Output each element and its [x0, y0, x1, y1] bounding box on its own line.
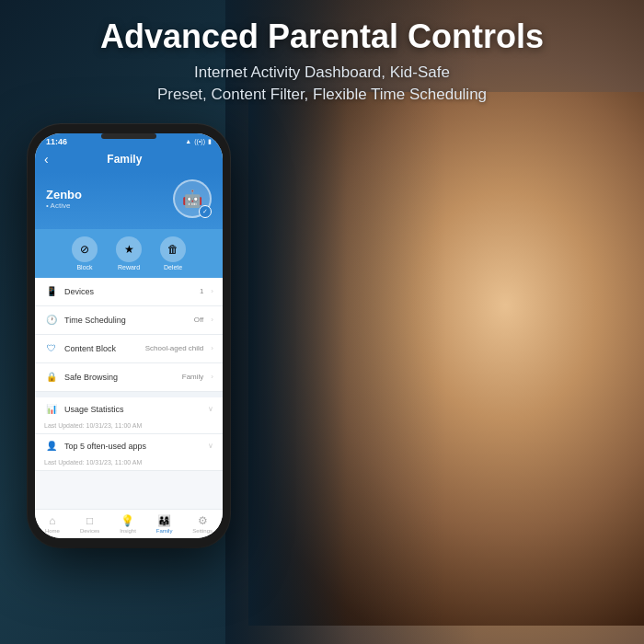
avatar-badge: ✓: [199, 205, 212, 218]
browsing-label: Safe Browsing: [64, 373, 177, 382]
nav-settings[interactable]: ⚙ Settings: [192, 514, 213, 534]
header-section: Advanced Parental Controls Internet Acti…: [0, 0, 644, 115]
settings-icon: ⚙: [198, 514, 208, 527]
stats-chevron: ∨: [208, 405, 213, 413]
stats-icon: 📊: [44, 402, 59, 417]
devices-value: 1: [200, 287, 203, 295]
signal-icon: ▲: [185, 138, 191, 144]
time-label: Time Scheduling: [64, 316, 189, 325]
profile-status: • Active: [46, 201, 82, 210]
browsing-value: Family: [182, 373, 204, 381]
content-icon: 🛡: [44, 341, 59, 356]
apps-icon: 👤: [44, 439, 59, 454]
apps-row: 👤 Top 5 often-used apps ∨: [44, 439, 213, 454]
nav-bar: ‹ Family: [35, 148, 223, 172]
safe-browsing-item[interactable]: 🔒 Safe Browsing Family ›: [35, 363, 223, 392]
apps-chevron: ∨: [208, 442, 213, 450]
content-block-item[interactable]: 🛡 Content Block School-aged child ›: [35, 335, 223, 363]
devices-chevron: ›: [211, 287, 213, 295]
time-chevron: ›: [211, 316, 213, 324]
reward-icon: ★: [116, 236, 142, 262]
family-label: Family: [156, 528, 173, 534]
status-time: 11:46: [46, 137, 67, 146]
devices-label: Devices: [64, 287, 194, 296]
nav-family[interactable]: 👨‍👩‍👧 Family: [156, 514, 173, 534]
delete-button[interactable]: 🗑 Delete: [160, 236, 186, 270]
stats-label: Usage Statistics: [64, 405, 202, 414]
time-icon: 🕐: [44, 313, 59, 328]
content-value: School-aged child: [145, 344, 204, 352]
nav-devices[interactable]: □ Devices: [80, 514, 99, 534]
usage-statistics-item[interactable]: 📊 Usage Statistics ∨ Last Updated: 10/31…: [35, 397, 223, 434]
reward-button[interactable]: ★ Reward: [116, 236, 142, 270]
time-scheduling-item[interactable]: 🕐 Time Scheduling Off ›: [35, 306, 223, 335]
insight-label: Insight: [120, 528, 136, 534]
content-chevron: ›: [211, 344, 213, 352]
time-value: Off: [194, 316, 204, 324]
settings-label: Settings: [192, 528, 213, 534]
content-wrapper: Advanced Parental Controls Internet Acti…: [0, 0, 644, 644]
delete-label: Delete: [164, 264, 182, 270]
menu-list: 📱 Devices 1 › 🕐 Time Scheduling Off › 🛡 …: [35, 278, 223, 509]
wifi-icon: ((•)): [194, 138, 205, 144]
content-label: Content Block: [64, 344, 140, 353]
apps-sub: Last Updated: 10/31/23, 11:00 AM: [44, 459, 142, 466]
usage-row: 📊 Usage Statistics ∨: [44, 402, 213, 417]
delete-icon: 🗑: [160, 236, 186, 262]
browsing-icon: 🔒: [44, 370, 59, 385]
nav-title: Family: [107, 153, 142, 166]
block-icon: ⊘: [72, 236, 98, 262]
apps-label: Top 5 often-used apps: [64, 442, 202, 451]
back-button[interactable]: ‹: [44, 152, 49, 167]
block-label: Block: [76, 264, 92, 270]
nav-home[interactable]: ⌂ Home: [45, 514, 60, 534]
family-icon: 👨‍👩‍👧: [157, 514, 171, 527]
stats-sub: Last Updated: 10/31/23, 11:00 AM: [44, 422, 142, 429]
browsing-chevron: ›: [211, 373, 213, 381]
phone-frame: 11:46 ▲ ((•)) ▮ ‹ Family Zenbo: [28, 124, 230, 547]
home-icon: ⌂: [49, 514, 55, 527]
nav-insight[interactable]: 💡 Insight: [120, 514, 136, 534]
profile-info: Zenbo • Active: [46, 188, 82, 210]
phone-notch: [101, 133, 156, 139]
devices-item[interactable]: 📱 Devices 1 ›: [35, 278, 223, 306]
battery-icon: ▮: [208, 138, 212, 145]
devices-icon: 📱: [44, 284, 59, 299]
avatar-emoji: 🤖: [182, 189, 202, 209]
reward-label: Reward: [118, 264, 140, 270]
insight-icon: 💡: [121, 514, 134, 527]
phone-area: 11:46 ▲ ((•)) ▮ ‹ Family Zenbo: [0, 124, 644, 547]
home-label: Home: [45, 528, 60, 534]
main-title: Advanced Parental Controls: [18, 17, 626, 56]
top-apps-item[interactable]: 👤 Top 5 often-used apps ∨ Last Updated: …: [35, 434, 223, 471]
bottom-nav: ⌂ Home □ Devices 💡 Insight 👨‍👩‍👧 Family: [35, 509, 223, 538]
action-buttons: ⊘ Block ★ Reward 🗑 Delete: [35, 229, 223, 278]
phone-screen: 11:46 ▲ ((•)) ▮ ‹ Family Zenbo: [35, 133, 223, 538]
sub-title: Internet Activity Dashboard, Kid-SafePre…: [18, 62, 626, 106]
nav-devices-icon: □: [86, 514, 93, 527]
nav-devices-label: Devices: [80, 528, 99, 534]
block-button[interactable]: ⊘ Block: [72, 236, 98, 270]
status-icons: ▲ ((•)) ▮: [185, 138, 212, 145]
profile-section: Zenbo • Active 🤖 ✓: [35, 172, 223, 229]
profile-name: Zenbo: [46, 188, 82, 201]
avatar: 🤖 ✓: [173, 179, 212, 218]
